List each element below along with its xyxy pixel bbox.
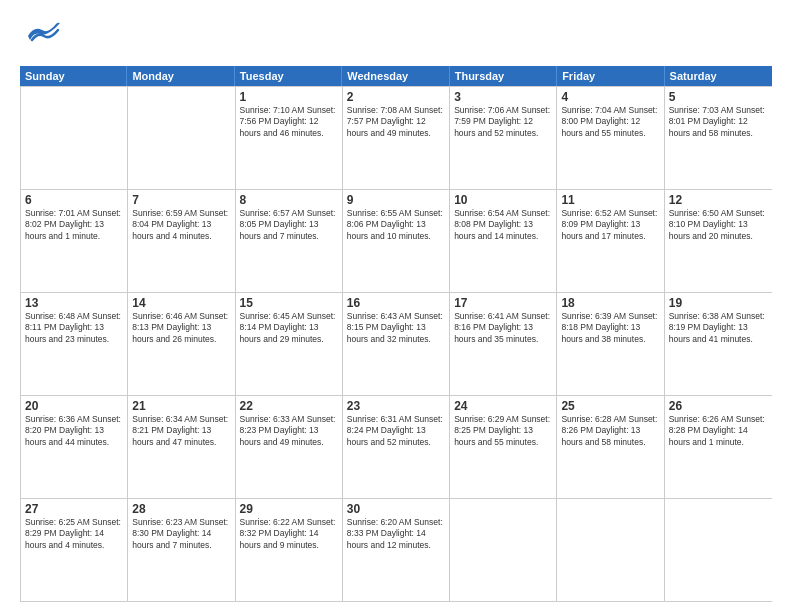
- day-info: Sunrise: 6:34 AM Sunset: 8:21 PM Dayligh…: [132, 414, 230, 448]
- day-cell-4: 4Sunrise: 7:04 AM Sunset: 8:00 PM Daylig…: [557, 87, 664, 189]
- day-cell-10: 10Sunrise: 6:54 AM Sunset: 8:08 PM Dayli…: [450, 190, 557, 292]
- day-header-monday: Monday: [127, 66, 234, 86]
- day-cell-8: 8Sunrise: 6:57 AM Sunset: 8:05 PM Daylig…: [236, 190, 343, 292]
- day-info: Sunrise: 7:04 AM Sunset: 8:00 PM Dayligh…: [561, 105, 659, 139]
- day-number: 28: [132, 502, 230, 516]
- day-number: 25: [561, 399, 659, 413]
- day-number: 5: [669, 90, 768, 104]
- calendar-row-3: 13Sunrise: 6:48 AM Sunset: 8:11 PM Dayli…: [21, 292, 772, 395]
- day-number: 2: [347, 90, 445, 104]
- day-info: Sunrise: 6:28 AM Sunset: 8:26 PM Dayligh…: [561, 414, 659, 448]
- day-cell-19: 19Sunrise: 6:38 AM Sunset: 8:19 PM Dayli…: [665, 293, 772, 395]
- day-info: Sunrise: 6:50 AM Sunset: 8:10 PM Dayligh…: [669, 208, 768, 242]
- day-number: 9: [347, 193, 445, 207]
- day-cell-13: 13Sunrise: 6:48 AM Sunset: 8:11 PM Dayli…: [21, 293, 128, 395]
- day-number: 13: [25, 296, 123, 310]
- day-info: Sunrise: 6:48 AM Sunset: 8:11 PM Dayligh…: [25, 311, 123, 345]
- day-number: 24: [454, 399, 552, 413]
- day-number: 3: [454, 90, 552, 104]
- calendar-row-1: 1Sunrise: 7:10 AM Sunset: 7:56 PM Daylig…: [21, 86, 772, 189]
- day-cell-11: 11Sunrise: 6:52 AM Sunset: 8:09 PM Dayli…: [557, 190, 664, 292]
- day-info: Sunrise: 6:45 AM Sunset: 8:14 PM Dayligh…: [240, 311, 338, 345]
- day-cell-17: 17Sunrise: 6:41 AM Sunset: 8:16 PM Dayli…: [450, 293, 557, 395]
- day-cell-9: 9Sunrise: 6:55 AM Sunset: 8:06 PM Daylig…: [343, 190, 450, 292]
- calendar-body: 1Sunrise: 7:10 AM Sunset: 7:56 PM Daylig…: [20, 86, 772, 602]
- day-cell-25: 25Sunrise: 6:28 AM Sunset: 8:26 PM Dayli…: [557, 396, 664, 498]
- day-number: 23: [347, 399, 445, 413]
- day-cell-5: 5Sunrise: 7:03 AM Sunset: 8:01 PM Daylig…: [665, 87, 772, 189]
- day-number: 12: [669, 193, 768, 207]
- calendar-row-2: 6Sunrise: 7:01 AM Sunset: 8:02 PM Daylig…: [21, 189, 772, 292]
- day-cell-1: 1Sunrise: 7:10 AM Sunset: 7:56 PM Daylig…: [236, 87, 343, 189]
- day-cell-23: 23Sunrise: 6:31 AM Sunset: 8:24 PM Dayli…: [343, 396, 450, 498]
- day-info: Sunrise: 6:23 AM Sunset: 8:30 PM Dayligh…: [132, 517, 230, 551]
- day-info: Sunrise: 6:55 AM Sunset: 8:06 PM Dayligh…: [347, 208, 445, 242]
- day-header-wednesday: Wednesday: [342, 66, 449, 86]
- day-number: 6: [25, 193, 123, 207]
- empty-cell: [21, 87, 128, 189]
- day-cell-21: 21Sunrise: 6:34 AM Sunset: 8:21 PM Dayli…: [128, 396, 235, 498]
- logo-icon: [20, 18, 64, 56]
- day-number: 26: [669, 399, 768, 413]
- day-info: Sunrise: 6:36 AM Sunset: 8:20 PM Dayligh…: [25, 414, 123, 448]
- day-header-sunday: Sunday: [20, 66, 127, 86]
- day-number: 1: [240, 90, 338, 104]
- day-info: Sunrise: 6:25 AM Sunset: 8:29 PM Dayligh…: [25, 517, 123, 551]
- day-info: Sunrise: 7:08 AM Sunset: 7:57 PM Dayligh…: [347, 105, 445, 139]
- day-cell-27: 27Sunrise: 6:25 AM Sunset: 8:29 PM Dayli…: [21, 499, 128, 601]
- day-info: Sunrise: 6:22 AM Sunset: 8:32 PM Dayligh…: [240, 517, 338, 551]
- day-number: 16: [347, 296, 445, 310]
- day-info: Sunrise: 6:20 AM Sunset: 8:33 PM Dayligh…: [347, 517, 445, 551]
- day-cell-12: 12Sunrise: 6:50 AM Sunset: 8:10 PM Dayli…: [665, 190, 772, 292]
- day-info: Sunrise: 6:39 AM Sunset: 8:18 PM Dayligh…: [561, 311, 659, 345]
- day-info: Sunrise: 6:43 AM Sunset: 8:15 PM Dayligh…: [347, 311, 445, 345]
- empty-cell: [557, 499, 664, 601]
- day-cell-14: 14Sunrise: 6:46 AM Sunset: 8:13 PM Dayli…: [128, 293, 235, 395]
- day-cell-15: 15Sunrise: 6:45 AM Sunset: 8:14 PM Dayli…: [236, 293, 343, 395]
- day-cell-6: 6Sunrise: 7:01 AM Sunset: 8:02 PM Daylig…: [21, 190, 128, 292]
- page: SundayMondayTuesdayWednesdayThursdayFrid…: [0, 0, 792, 612]
- day-info: Sunrise: 6:38 AM Sunset: 8:19 PM Dayligh…: [669, 311, 768, 345]
- day-info: Sunrise: 6:52 AM Sunset: 8:09 PM Dayligh…: [561, 208, 659, 242]
- empty-cell: [450, 499, 557, 601]
- day-header-tuesday: Tuesday: [235, 66, 342, 86]
- day-info: Sunrise: 6:46 AM Sunset: 8:13 PM Dayligh…: [132, 311, 230, 345]
- day-number: 8: [240, 193, 338, 207]
- day-cell-20: 20Sunrise: 6:36 AM Sunset: 8:20 PM Dayli…: [21, 396, 128, 498]
- day-number: 4: [561, 90, 659, 104]
- day-info: Sunrise: 7:06 AM Sunset: 7:59 PM Dayligh…: [454, 105, 552, 139]
- day-info: Sunrise: 6:33 AM Sunset: 8:23 PM Dayligh…: [240, 414, 338, 448]
- day-number: 15: [240, 296, 338, 310]
- day-info: Sunrise: 6:54 AM Sunset: 8:08 PM Dayligh…: [454, 208, 552, 242]
- day-number: 11: [561, 193, 659, 207]
- header: [20, 18, 772, 56]
- calendar-row-4: 20Sunrise: 6:36 AM Sunset: 8:20 PM Dayli…: [21, 395, 772, 498]
- day-header-thursday: Thursday: [450, 66, 557, 86]
- empty-cell: [128, 87, 235, 189]
- calendar-header: SundayMondayTuesdayWednesdayThursdayFrid…: [20, 66, 772, 86]
- day-info: Sunrise: 7:10 AM Sunset: 7:56 PM Dayligh…: [240, 105, 338, 139]
- day-header-friday: Friday: [557, 66, 664, 86]
- empty-cell: [665, 499, 772, 601]
- day-number: 27: [25, 502, 123, 516]
- day-info: Sunrise: 6:29 AM Sunset: 8:25 PM Dayligh…: [454, 414, 552, 448]
- day-number: 21: [132, 399, 230, 413]
- calendar-row-5: 27Sunrise: 6:25 AM Sunset: 8:29 PM Dayli…: [21, 498, 772, 601]
- day-info: Sunrise: 6:59 AM Sunset: 8:04 PM Dayligh…: [132, 208, 230, 242]
- day-cell-26: 26Sunrise: 6:26 AM Sunset: 8:28 PM Dayli…: [665, 396, 772, 498]
- day-number: 19: [669, 296, 768, 310]
- day-info: Sunrise: 7:03 AM Sunset: 8:01 PM Dayligh…: [669, 105, 768, 139]
- day-cell-22: 22Sunrise: 6:33 AM Sunset: 8:23 PM Dayli…: [236, 396, 343, 498]
- day-cell-29: 29Sunrise: 6:22 AM Sunset: 8:32 PM Dayli…: [236, 499, 343, 601]
- day-cell-30: 30Sunrise: 6:20 AM Sunset: 8:33 PM Dayli…: [343, 499, 450, 601]
- calendar: SundayMondayTuesdayWednesdayThursdayFrid…: [20, 66, 772, 602]
- day-info: Sunrise: 7:01 AM Sunset: 8:02 PM Dayligh…: [25, 208, 123, 242]
- day-cell-2: 2Sunrise: 7:08 AM Sunset: 7:57 PM Daylig…: [343, 87, 450, 189]
- day-cell-18: 18Sunrise: 6:39 AM Sunset: 8:18 PM Dayli…: [557, 293, 664, 395]
- logo: [20, 18, 68, 56]
- day-cell-28: 28Sunrise: 6:23 AM Sunset: 8:30 PM Dayli…: [128, 499, 235, 601]
- day-number: 7: [132, 193, 230, 207]
- day-number: 20: [25, 399, 123, 413]
- day-header-saturday: Saturday: [665, 66, 772, 86]
- day-number: 22: [240, 399, 338, 413]
